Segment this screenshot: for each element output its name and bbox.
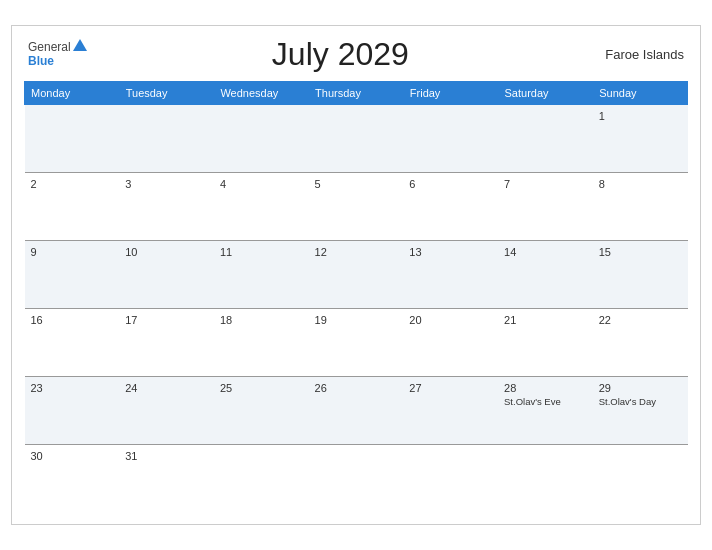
day-number: 13	[409, 246, 492, 258]
day-cell	[403, 444, 498, 512]
day-cell: 13	[403, 240, 498, 308]
day-cell: 11	[214, 240, 309, 308]
day-number: 6	[409, 178, 492, 190]
region-label: Faroe Islands	[594, 47, 684, 62]
day-cell: 14	[498, 240, 593, 308]
day-number: 1	[599, 110, 682, 122]
day-cell: 17	[119, 308, 214, 376]
day-number: 2	[31, 178, 114, 190]
day-number: 25	[220, 382, 303, 394]
day-cell: 10	[119, 240, 214, 308]
calendar-title: July 2029	[87, 36, 594, 73]
day-cell	[214, 104, 309, 172]
day-cell	[309, 104, 404, 172]
day-number: 12	[315, 246, 398, 258]
day-cell: 12	[309, 240, 404, 308]
weekday-header-wednesday: Wednesday	[214, 81, 309, 104]
day-cell	[25, 104, 120, 172]
day-number: 23	[31, 382, 114, 394]
event-text: St.Olav's Day	[599, 396, 682, 407]
day-number: 15	[599, 246, 682, 258]
day-cell	[403, 104, 498, 172]
day-cell: 31	[119, 444, 214, 512]
day-cell: 4	[214, 172, 309, 240]
day-number: 30	[31, 450, 114, 462]
weekday-header-sunday: Sunday	[593, 81, 688, 104]
day-cell: 24	[119, 376, 214, 444]
week-row: 2345678	[25, 172, 688, 240]
logo-triangle-icon	[73, 39, 87, 51]
day-number: 8	[599, 178, 682, 190]
day-cell: 2	[25, 172, 120, 240]
calendar-header: General Blue July 2029 Faroe Islands	[24, 36, 688, 73]
day-cell	[214, 444, 309, 512]
day-number: 26	[315, 382, 398, 394]
day-cell	[309, 444, 404, 512]
day-cell	[593, 444, 688, 512]
weekday-header-tuesday: Tuesday	[119, 81, 214, 104]
day-number: 3	[125, 178, 208, 190]
day-number: 18	[220, 314, 303, 326]
day-number: 14	[504, 246, 587, 258]
week-row: 232425262728St.Olav's Eve29St.Olav's Day	[25, 376, 688, 444]
logo-blue-text: Blue	[28, 54, 54, 68]
day-cell: 19	[309, 308, 404, 376]
day-number: 29	[599, 382, 682, 394]
day-number: 11	[220, 246, 303, 258]
day-number: 27	[409, 382, 492, 394]
day-number: 22	[599, 314, 682, 326]
day-number: 9	[31, 246, 114, 258]
day-cell: 5	[309, 172, 404, 240]
day-number: 4	[220, 178, 303, 190]
day-cell	[498, 104, 593, 172]
day-cell: 29St.Olav's Day	[593, 376, 688, 444]
day-cell: 1	[593, 104, 688, 172]
day-number: 20	[409, 314, 492, 326]
day-cell: 28St.Olav's Eve	[498, 376, 593, 444]
day-cell: 30	[25, 444, 120, 512]
day-cell: 9	[25, 240, 120, 308]
day-number: 21	[504, 314, 587, 326]
day-number: 19	[315, 314, 398, 326]
day-cell: 25	[214, 376, 309, 444]
day-cell: 3	[119, 172, 214, 240]
weekday-header-saturday: Saturday	[498, 81, 593, 104]
day-cell	[498, 444, 593, 512]
day-cell: 7	[498, 172, 593, 240]
week-row: 16171819202122	[25, 308, 688, 376]
day-number: 17	[125, 314, 208, 326]
day-cell: 18	[214, 308, 309, 376]
day-cell: 6	[403, 172, 498, 240]
logo: General Blue	[28, 40, 87, 68]
weekday-header-friday: Friday	[403, 81, 498, 104]
day-number: 16	[31, 314, 114, 326]
calendar-container: General Blue July 2029 Faroe Islands Mon…	[11, 25, 701, 526]
week-row: 9101112131415	[25, 240, 688, 308]
weekday-header-row: MondayTuesdayWednesdayThursdayFridaySatu…	[25, 81, 688, 104]
week-row: 3031	[25, 444, 688, 512]
day-number: 10	[125, 246, 208, 258]
day-cell: 26	[309, 376, 404, 444]
day-cell: 23	[25, 376, 120, 444]
week-row: 1	[25, 104, 688, 172]
day-cell	[119, 104, 214, 172]
day-number: 7	[504, 178, 587, 190]
event-text: St.Olav's Eve	[504, 396, 587, 407]
day-cell: 15	[593, 240, 688, 308]
day-number: 24	[125, 382, 208, 394]
weekday-header-thursday: Thursday	[309, 81, 404, 104]
day-cell: 27	[403, 376, 498, 444]
day-cell: 16	[25, 308, 120, 376]
day-cell: 22	[593, 308, 688, 376]
day-cell: 21	[498, 308, 593, 376]
day-number: 5	[315, 178, 398, 190]
calendar-grid: MondayTuesdayWednesdayThursdayFridaySatu…	[24, 81, 688, 513]
weekday-header-monday: Monday	[25, 81, 120, 104]
day-cell: 20	[403, 308, 498, 376]
day-number: 31	[125, 450, 208, 462]
day-cell: 8	[593, 172, 688, 240]
logo-general-text: General	[28, 40, 71, 54]
day-number: 28	[504, 382, 587, 394]
